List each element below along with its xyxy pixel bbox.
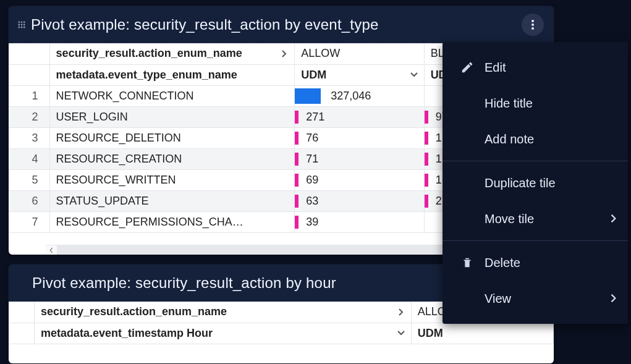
- svg-point-11: [531, 27, 534, 30]
- value-number: 76: [302, 132, 318, 144]
- value-number: 1: [432, 132, 442, 144]
- svg-point-3: [18, 24, 20, 26]
- menu-move[interactable]: Move tile: [443, 201, 628, 237]
- cell-allow[interactable]: 63: [295, 190, 424, 211]
- svg-point-7: [21, 27, 23, 28]
- svg-point-2: [23, 21, 25, 23]
- value-number: 63: [302, 195, 318, 207]
- chevron-down-icon: [397, 329, 405, 337]
- menu-label: Hide title: [485, 96, 533, 111]
- value-bar: [425, 153, 428, 166]
- header-dim2[interactable]: metadata.event_timestamp Hour: [34, 323, 411, 344]
- value-bar: [425, 111, 428, 124]
- menu-add-note[interactable]: Add note: [443, 121, 628, 157]
- menu-separator: [443, 161, 628, 161]
- value-number: 71: [302, 153, 318, 165]
- menu-edit[interactable]: Edit: [443, 49, 628, 85]
- tile-context-menu: Edit Hide title Add note Duplicate tile …: [443, 42, 628, 324]
- value-bar: [295, 88, 321, 104]
- tile-menu-button[interactable]: [522, 14, 544, 36]
- cell-allow[interactable]: 39: [295, 211, 424, 232]
- value-number: 69: [302, 174, 318, 186]
- chevron-right-icon: [397, 308, 405, 316]
- row-dimension[interactable]: NETWORK_CONNECTION: [49, 85, 295, 106]
- tile-title: Pivot example: security_result_action by…: [31, 16, 522, 33]
- header-dim1[interactable]: security_result.action_enum_name: [49, 43, 295, 64]
- chevron-right-icon: [611, 292, 617, 306]
- header-allow-sub[interactable]: UDM: [411, 323, 553, 344]
- cell-allow[interactable]: 69: [295, 169, 424, 190]
- chevron-right-icon: [281, 50, 288, 57]
- menu-duplicate[interactable]: Duplicate tile: [443, 165, 628, 201]
- row-dimension[interactable]: RESOURCE_DELETION: [49, 127, 295, 148]
- value-number: 1: [432, 153, 442, 165]
- row-dimension[interactable]: RESOURCE_CREATION: [49, 148, 295, 169]
- value-bar: [295, 132, 299, 145]
- chevron-down-icon: [410, 71, 418, 78]
- menu-label: Add note: [485, 132, 534, 146]
- header-blank-2: [9, 323, 34, 344]
- header-blank: [9, 302, 34, 323]
- cell-allow[interactable]: 327,046: [295, 85, 424, 106]
- row-index: 1: [9, 85, 49, 106]
- cell-allow[interactable]: 71: [295, 148, 424, 169]
- menu-hide-title[interactable]: Hide title: [443, 85, 628, 121]
- menu-delete[interactable]: Delete: [443, 245, 628, 281]
- value-bar: [425, 174, 428, 187]
- value-bar: [295, 195, 299, 208]
- menu-view[interactable]: View: [443, 281, 628, 316]
- svg-point-4: [21, 24, 23, 26]
- svg-point-5: [23, 24, 25, 26]
- value-number: 39: [302, 216, 318, 228]
- value-number: 271: [302, 111, 324, 123]
- value-bar: [295, 153, 299, 166]
- menu-label: Duplicate tile: [485, 176, 556, 190]
- scroll-left-icon[interactable]: [46, 245, 57, 255]
- row-index: 4: [9, 148, 49, 169]
- value-bar: [295, 111, 299, 124]
- value-bar: [295, 216, 299, 229]
- cell-allow[interactable]: 271: [295, 106, 424, 127]
- tile-header: Pivot example: security_result_action by…: [9, 6, 554, 43]
- svg-point-0: [18, 21, 20, 23]
- menu-label: Move tile: [485, 212, 534, 226]
- header-dim1[interactable]: security_result.action_enum_name: [34, 302, 411, 323]
- row-index: 7: [9, 211, 49, 232]
- row-dimension[interactable]: STATUS_UPDATE: [49, 190, 295, 211]
- pencil-icon: [456, 61, 478, 74]
- trash-icon: [456, 256, 478, 269]
- row-index: 3: [9, 127, 49, 148]
- row-index: 2: [9, 106, 49, 127]
- value-bar: [295, 174, 299, 187]
- value-bar: [425, 132, 428, 145]
- svg-point-9: [531, 20, 534, 22]
- header-allow[interactable]: ALLOW: [295, 43, 424, 64]
- menu-label: Edit: [485, 61, 506, 75]
- svg-point-6: [18, 27, 20, 28]
- menu-label: Delete: [485, 256, 520, 270]
- svg-point-10: [531, 23, 534, 26]
- menu-label: View: [485, 292, 511, 306]
- svg-point-8: [23, 27, 25, 28]
- value-number: 1: [432, 174, 442, 186]
- header-dim2[interactable]: metadata.event_type_enum_name: [49, 64, 295, 85]
- row-index: 5: [9, 169, 49, 190]
- chevron-right-icon: [611, 212, 617, 226]
- header-allow-sub[interactable]: UDM: [295, 64, 424, 85]
- row-dimension[interactable]: RESOURCE_PERMISSIONS_CHA…: [49, 211, 295, 232]
- menu-separator: [443, 240, 628, 241]
- header-blank-2: [9, 64, 49, 85]
- svg-point-1: [21, 21, 23, 23]
- value-bar: [425, 195, 428, 208]
- row-dimension[interactable]: RESOURCE_WRITTEN: [49, 169, 295, 190]
- header-blank: [9, 43, 49, 64]
- row-index: 6: [9, 190, 49, 211]
- row-dimension[interactable]: USER_LOGIN: [49, 106, 295, 127]
- cell-allow[interactable]: 76: [295, 127, 424, 148]
- drag-handle-icon[interactable]: [15, 18, 28, 32]
